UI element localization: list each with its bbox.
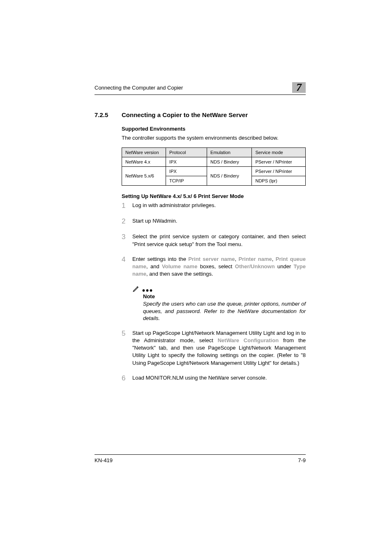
cell-service: PServer / NPrinter	[252, 166, 306, 176]
step-text: Log in with administrator privileges.	[132, 202, 216, 210]
step-text: Start up NWadmin.	[132, 217, 177, 226]
chapter-number: 7	[296, 82, 302, 93]
step-text: Enter settings into the Print server nam…	[132, 256, 306, 278]
note-block: ••• Note Specify the users who can use t…	[132, 285, 306, 322]
note-label: Note	[143, 293, 306, 299]
list-item: 2 Start up NWadmin.	[122, 217, 306, 226]
txt: under	[275, 263, 294, 269]
step-number: 3	[122, 233, 132, 248]
table-row: NetWare 4.x IPX NDS / Bindery PServer / …	[122, 157, 306, 166]
txt: , and	[146, 263, 162, 269]
note-icon-row: •••	[132, 285, 306, 292]
footer-doc-id: KN-419	[95, 457, 113, 463]
step-number: 4	[122, 256, 132, 278]
note-dots-icon: •••	[142, 288, 153, 292]
section-title: Connecting a Copier to the NetWare Serve…	[122, 111, 248, 118]
txt: ,	[235, 256, 239, 262]
list-item: 3 Select the print service system or cat…	[122, 233, 306, 248]
cell-service: PServer / NPrinter	[252, 157, 306, 166]
cell-emulation: NDS / Bindery	[207, 166, 252, 185]
env-table: NetWare version Protocol Emulation Servi…	[122, 147, 306, 186]
step-text: Load MONITOR.NLM using the NetWare serve…	[132, 374, 267, 382]
list-item: 5 Start up PageScope Light/Network Manag…	[122, 329, 306, 367]
txt: , and then save the settings.	[146, 271, 213, 277]
cell-emulation: NDS / Bindery	[207, 157, 252, 166]
ui-label: Volume name	[162, 263, 197, 269]
th-version: NetWare version	[122, 147, 166, 157]
step-text: Start up PageScope Light/Network Managem…	[132, 329, 306, 367]
th-service: Service mode	[252, 147, 306, 157]
th-emulation: Emulation	[207, 147, 252, 157]
setup-heading: Setting Up NetWare 4.x/ 5.x/ 6 Print Ser…	[122, 193, 306, 199]
step-number: 1	[122, 202, 132, 210]
table-row: NetWare 5.x/6 IPX NDS / Bindery PServer …	[122, 166, 306, 176]
cell-version: NetWare 4.x	[122, 157, 166, 166]
txt: ,	[272, 256, 276, 262]
steps-list: 1 Log in with administrator privileges. …	[122, 202, 306, 278]
pencil-icon	[132, 285, 140, 292]
cell-protocol: IPX	[166, 157, 207, 166]
cell-protocol: TCP/IP	[166, 176, 207, 185]
page-footer: KN-419 7-9	[95, 454, 306, 463]
ui-label: Printer name	[239, 256, 272, 262]
section: 7.2.5 Connecting a Copier to the NetWare…	[95, 111, 306, 382]
page-header: Connecting the Computer and Copier 7	[95, 82, 306, 95]
txt: boxes, select	[197, 263, 235, 269]
supported-env-intro: The controller supports the system envir…	[122, 134, 306, 142]
step-text: Select the print service system or categ…	[132, 233, 306, 248]
step-number: 5	[122, 329, 132, 367]
step-number: 2	[122, 217, 132, 226]
list-item: 1 Log in with administrator privileges.	[122, 202, 306, 210]
note-text: Specify the users who can use the queue,…	[143, 300, 306, 322]
chapter-badge: 7	[292, 82, 306, 93]
cell-protocol: IPX	[166, 166, 207, 176]
supported-env-heading: Supported Environments	[122, 126, 306, 132]
list-item: 4 Enter settings into the Print server n…	[122, 256, 306, 278]
footer-page-number: 7-9	[298, 457, 306, 463]
table-header-row: NetWare version Protocol Emulation Servi…	[122, 147, 306, 157]
txt: Enter settings into the	[132, 256, 188, 262]
section-title-row: 7.2.5 Connecting a Copier to the NetWare…	[95, 111, 306, 118]
th-protocol: Protocol	[166, 147, 207, 157]
step-number: 6	[122, 374, 132, 382]
cell-version: NetWare 5.x/6	[122, 166, 166, 185]
ui-label: NetWare Configuration	[218, 337, 279, 343]
ui-label: Other/Unknown	[235, 263, 275, 269]
running-head: Connecting the Computer and Copier	[95, 85, 183, 91]
ui-label: Print server name	[188, 256, 235, 262]
cell-service: NDPS (lpr)	[252, 176, 306, 185]
steps-list-cont: 5 Start up PageScope Light/Network Manag…	[122, 329, 306, 382]
section-number: 7.2.5	[95, 111, 113, 118]
list-item: 6 Load MONITOR.NLM using the NetWare ser…	[122, 374, 306, 382]
